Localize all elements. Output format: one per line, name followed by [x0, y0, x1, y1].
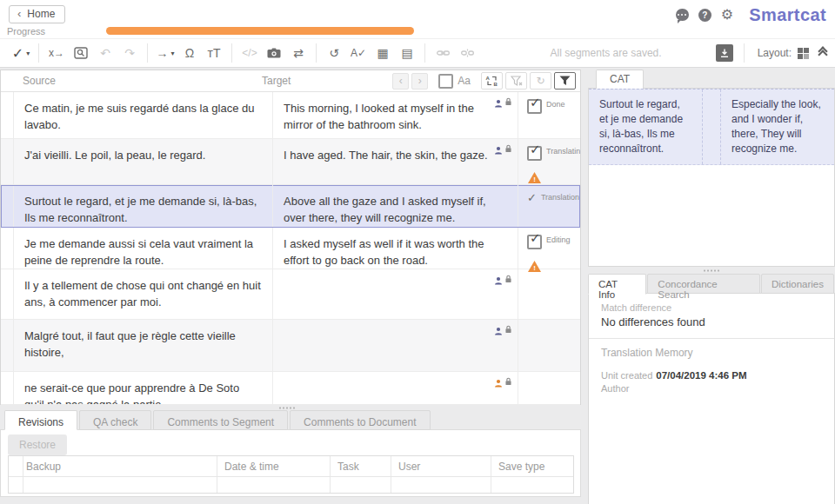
layout-label: Layout:	[758, 47, 792, 59]
help-icon[interactable]: ?	[698, 9, 711, 22]
swap-source-target-button[interactable]: AB	[481, 72, 503, 90]
tab-qa-check[interactable]: QA check	[79, 410, 151, 430]
special-characters-button[interactable]: Ω	[180, 42, 199, 64]
segment-row[interactable]: Malgré tout, il faut que je règle cette …	[1, 320, 580, 372]
case-sensitive-checkbox[interactable]	[438, 74, 453, 89]
change-case-icon: тT	[208, 46, 221, 60]
source-text: Malgré tout, il faut que je règle cette …	[24, 328, 262, 361]
source-cell[interactable]: ne serait-ce que pour apprendre à De Sot…	[14, 372, 273, 404]
screenshot-button[interactable]	[264, 42, 284, 64]
target-cell[interactable]: Above all the gaze and I asked myself if…	[273, 185, 518, 227]
previous-segment-button[interactable]: ‹	[392, 73, 409, 90]
filter-icon	[559, 76, 571, 86]
segment-number-cell	[1, 92, 14, 138]
target-cell[interactable]	[273, 269, 518, 319]
segment-row[interactable]: J'ai vieilli. Le poil, la peau, le regar…	[1, 139, 580, 185]
tab-comments-to-segment[interactable]: Comments to Segment	[153, 410, 288, 430]
source-cell[interactable]: Surtout le regard, et je me demande si, …	[14, 185, 273, 227]
tab-dictionaries[interactable]: Dictionaries	[761, 274, 834, 294]
target-cell[interactable]	[273, 320, 518, 371]
check-icon: ✓	[530, 95, 541, 110]
backup-table-header: Save type	[491, 456, 573, 476]
assignee-lock-icons	[494, 144, 512, 155]
settings-gear-icon[interactable]: ⚙	[721, 8, 733, 22]
swap-ab-icon: AB	[485, 75, 498, 87]
source-cell[interactable]: Je me demande aussi si cela vaut vraimen…	[14, 228, 273, 272]
revisions-content: Restore BackupDate & timeTaskUserSave ty…	[0, 429, 581, 497]
cat-panel-resize-handle[interactable]	[588, 268, 835, 274]
glossary-button[interactable]: ▤	[397, 42, 417, 64]
tm-search-icon: ▦	[377, 46, 388, 60]
chat-icon[interactable]	[676, 9, 689, 21]
tab-concordance-search[interactable]: Concordance Search	[647, 274, 760, 294]
home-button[interactable]: ‹ Home	[9, 5, 65, 23]
target-cell[interactable]	[273, 372, 518, 404]
tab-comments-to-document[interactable]: Comments to Document	[290, 410, 430, 430]
collapse-toolbar-button[interactable]	[819, 48, 826, 58]
confirm-segment-button[interactable]: ✓ ▾	[11, 42, 30, 64]
backup-table-header: Backup	[19, 456, 217, 476]
layout-grid-button[interactable]	[798, 48, 809, 59]
suggestion-target-text: Especially the look, and I wonder if, th…	[721, 90, 834, 164]
clear-filter-button[interactable]	[505, 72, 527, 90]
segment-row[interactable]: Il y a tellement de chose qui ont changé…	[1, 269, 580, 320]
unlink-segments-button[interactable]	[458, 42, 477, 64]
link-segments-button[interactable]	[433, 42, 452, 64]
insert-tag-button[interactable]: </>	[240, 42, 259, 64]
segment-row[interactable]: Je me demande aussi si cela vaut vraimen…	[1, 228, 580, 269]
search-replace-button[interactable]	[71, 42, 90, 64]
source-cell[interactable]: Ce matin, je me suis regardé dans la gla…	[14, 92, 273, 138]
status-checkbox-icon: ✓	[527, 235, 542, 249]
status-label: Done	[546, 99, 565, 109]
segment-row[interactable]: Surtout le regard, et je me demande si, …	[1, 185, 580, 228]
status-label: Translating	[546, 146, 580, 156]
tm-search-button[interactable]: ▦	[373, 42, 392, 64]
source-cell[interactable]: Malgré tout, il faut que je règle cette …	[14, 320, 273, 371]
lock-icon	[504, 377, 512, 386]
tab-cat-info[interactable]: CAT Info	[588, 274, 646, 295]
revert-segment-button[interactable]: ↺	[324, 42, 344, 64]
invisible-characters-button[interactable]: ⇄	[289, 42, 308, 64]
redo-button[interactable]: ↷	[120, 42, 139, 64]
warning-triangle-icon[interactable]: !	[528, 261, 541, 272]
source-cell[interactable]: Il y a tellement de chose qui ont changé…	[14, 269, 273, 319]
lock-icon	[504, 144, 512, 153]
assignee-lock-icons	[494, 275, 512, 285]
tab-cat[interactable]: CAT	[596, 70, 644, 89]
copy-source-to-target-button[interactable]: x→	[47, 42, 66, 64]
next-segment-button[interactable]: ›	[411, 73, 428, 90]
segment-status-toggle[interactable]: ✓Translation	[527, 192, 579, 203]
tab-revisions[interactable]: Revisions	[4, 410, 77, 430]
segment-number-cell	[1, 139, 14, 184]
segment-status-toggle[interactable]: ✓Translating	[527, 146, 580, 161]
back-chevron-icon: ‹	[17, 8, 21, 19]
progress-label: Progress	[7, 26, 45, 36]
filter-button[interactable]	[554, 72, 576, 90]
restore-button[interactable]: Restore	[8, 434, 67, 455]
omega-icon: Ω	[185, 46, 194, 60]
segment-row[interactable]: Ce matin, je me suis regardé dans la gla…	[1, 92, 580, 139]
target-text: This morning, I looked at myself in the …	[284, 100, 493, 133]
filter-clear-icon	[511, 76, 523, 87]
spellcheck-button[interactable]: A✓	[349, 42, 368, 64]
segment-status-toggle[interactable]: ✓Done	[527, 99, 577, 114]
change-case-button[interactable]: тT	[204, 42, 224, 64]
source-text: J'ai vieilli. Le poil, la peau, le regar…	[24, 147, 262, 163]
undo-button[interactable]: ↶	[96, 42, 115, 64]
segment-status-toggle[interactable]: ✓Editing	[527, 235, 577, 249]
lock-icon	[504, 325, 512, 334]
bottom-panel-resize-handle[interactable]	[278, 407, 296, 409]
download-backup-button[interactable]	[716, 44, 733, 62]
backup-table-header: User	[391, 456, 491, 476]
goto-segment-button[interactable]: → ▾	[156, 42, 175, 64]
target-cell[interactable]: I have aged. The hair, the skin, the gaz…	[273, 139, 518, 184]
cat-info-tabs: CAT Info Concordance Search Dictionaries	[588, 274, 835, 294]
tm-suggestion-row[interactable]: Surtout le regard, et je me demande si, …	[589, 89, 834, 165]
refresh-button[interactable]: ↻	[530, 72, 551, 90]
source-cell[interactable]: J'ai vieilli. Le poil, la peau, le regar…	[14, 139, 273, 184]
redo-icon: ↷	[124, 46, 135, 60]
segment-row[interactable]: ne serait-ce que pour apprendre à De Sot…	[1, 372, 580, 405]
target-cell[interactable]: I asked myself as well if it was worth t…	[273, 228, 518, 272]
target-cell[interactable]: This morning, I looked at myself in the …	[273, 92, 518, 138]
warning-triangle-icon[interactable]: !	[528, 172, 541, 183]
